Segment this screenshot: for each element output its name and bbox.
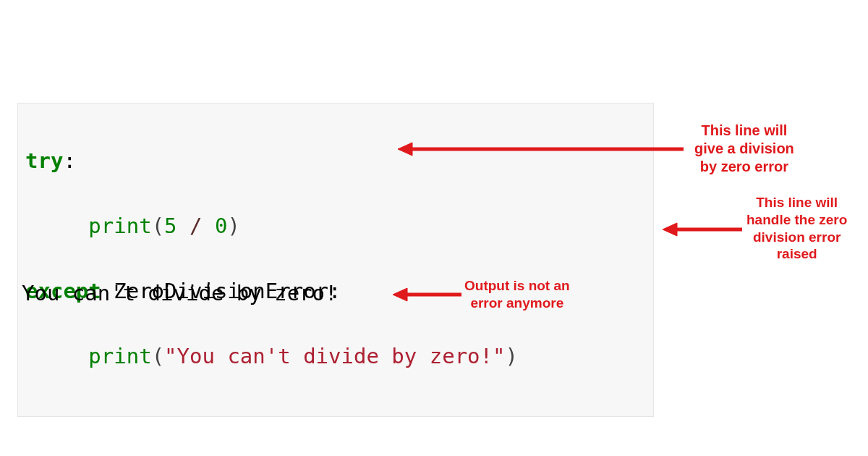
annotation-1-line-3: by zero error	[694, 158, 794, 176]
annotation-2-line-3: division error	[746, 229, 847, 246]
arrow-1	[398, 140, 684, 159]
svg-marker-5	[393, 288, 407, 301]
annotation-3: Output is not an error anymore	[464, 277, 570, 312]
annotation-1: This line will give a division by zero e…	[694, 122, 794, 176]
annotation-2: This line will handle the zero division …	[746, 194, 847, 263]
code-line-2: print(5 / 0)	[25, 210, 646, 242]
call-print-1: print	[88, 214, 151, 238]
call-print-2: print	[88, 344, 151, 368]
annotation-2-line-1: This line will	[746, 194, 847, 211]
svg-marker-1	[398, 143, 412, 156]
annotation-1-line-2: give a division	[694, 140, 794, 158]
annotation-3-line-2: error anymore	[464, 295, 570, 312]
number-0: 0	[215, 214, 227, 238]
annotation-2-line-2: handle the zero	[746, 211, 847, 229]
arrow-3	[393, 286, 461, 303]
number-5: 5	[164, 214, 176, 238]
arrow-2	[663, 221, 742, 238]
annotation-1-line-1: This line will	[694, 122, 794, 140]
program-output: You can't divide by zero!	[22, 281, 338, 305]
annotation-3-line-1: Output is not an	[464, 277, 570, 295]
string-message: "You can't divide by zero!"	[164, 344, 505, 368]
keyword-try: try	[25, 148, 63, 173]
annotation-2-line-4: raised	[746, 245, 847, 263]
operator-divide: /	[190, 214, 202, 238]
code-line-4: print("You can't divide by zero!")	[25, 340, 646, 373]
svg-marker-3	[663, 223, 677, 236]
